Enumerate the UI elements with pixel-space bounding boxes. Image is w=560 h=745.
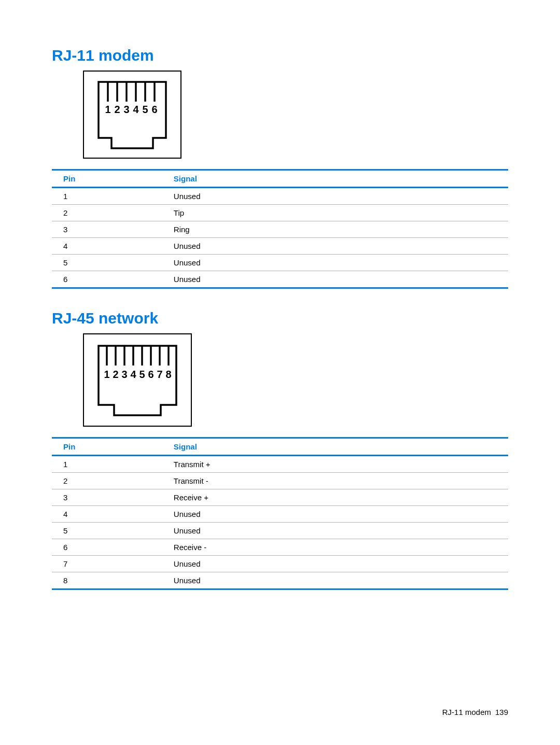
pin-label: 1 (105, 104, 110, 115)
table-row: 8Unused (52, 572, 508, 589)
page-number: 139 (495, 708, 508, 716)
pin-label: 1 (104, 369, 109, 380)
document-page: RJ-11 modem 1 2 3 4 5 6 (0, 0, 560, 745)
table-row: 2Transmit - (52, 473, 508, 489)
cell-pin: 2 (52, 473, 171, 489)
cell-signal: Tip (171, 205, 508, 221)
cell-pin: 4 (52, 506, 171, 523)
pin-label: 6 (148, 369, 153, 380)
cell-pin: 6 (52, 539, 171, 556)
table-header-row: Pin Signal (52, 170, 508, 188)
table-row: 4Unused (52, 238, 508, 255)
table-row: 2Tip (52, 205, 508, 221)
cell-signal: Unused (171, 506, 508, 523)
rj11-pinout-table: Pin Signal 1Unused 2Tip 3Ring 4Unused 5U… (52, 169, 508, 289)
col-header-pin: Pin (52, 170, 171, 188)
cell-pin: 1 (52, 456, 171, 473)
cell-pin: 6 (52, 271, 171, 288)
cell-signal: Unused (171, 255, 508, 271)
rj11-connector-icon: 1 2 3 4 5 6 (83, 71, 508, 159)
col-header-signal: Signal (171, 438, 508, 456)
svg-rect-7 (83, 334, 191, 426)
rj45-connector-icon: 1 2 3 4 5 6 7 8 (83, 333, 508, 427)
section-title-rj45: RJ-45 network (52, 310, 508, 327)
table-row: 5Unused (52, 523, 508, 539)
pin-label: 5 (142, 104, 148, 115)
pin-label: 6 (151, 104, 157, 115)
cell-pin: 1 (52, 188, 171, 205)
cell-signal: Unused (171, 238, 508, 255)
table-row: 7Unused (52, 556, 508, 572)
pin-label: 4 (130, 369, 136, 380)
pin-label: 3 (121, 369, 127, 380)
table-row: 6Unused (52, 271, 508, 288)
cell-pin: 3 (52, 221, 171, 238)
cell-pin: 7 (52, 556, 171, 572)
cell-signal: Receive + (171, 489, 508, 506)
table-row: 3Receive + (52, 489, 508, 506)
pin-label: 2 (114, 104, 120, 115)
pin-label: 8 (165, 369, 171, 380)
table-row: 1Transmit + (52, 456, 508, 473)
pin-label: 7 (157, 369, 162, 380)
page-footer: RJ-11 modem139 (442, 708, 508, 716)
col-header-pin: Pin (52, 438, 171, 456)
table-row: 1Unused (52, 188, 508, 205)
cell-pin: 3 (52, 489, 171, 506)
cell-pin: 4 (52, 238, 171, 255)
col-header-signal: Signal (171, 170, 508, 188)
table-row: 5Unused (52, 255, 508, 271)
cell-signal: Ring (171, 221, 508, 238)
cell-signal: Unused (171, 556, 508, 572)
cell-signal: Unused (171, 188, 508, 205)
cell-signal: Transmit - (171, 473, 508, 489)
section-title-rj11: RJ-11 modem (52, 47, 508, 64)
table-header-row: Pin Signal (52, 438, 508, 456)
cell-signal: Transmit + (171, 456, 508, 473)
rj45-pinout-table: Pin Signal 1Transmit + 2Transmit - 3Rece… (52, 437, 508, 590)
pin-label: 5 (139, 369, 145, 380)
table-row: 4Unused (52, 506, 508, 523)
cell-pin: 5 (52, 255, 171, 271)
cell-signal: Unused (171, 523, 508, 539)
cell-pin: 2 (52, 205, 171, 221)
cell-pin: 5 (52, 523, 171, 539)
footer-text: RJ-11 modem (442, 708, 491, 716)
pin-label: 3 (123, 104, 129, 115)
cell-pin: 8 (52, 572, 171, 589)
cell-signal: Unused (171, 271, 508, 288)
pin-label: 4 (133, 104, 139, 115)
pin-label: 2 (113, 369, 118, 380)
cell-signal: Unused (171, 572, 508, 589)
table-row: 3Ring (52, 221, 508, 238)
table-row: 6Receive - (52, 539, 508, 556)
cell-signal: Receive - (171, 539, 508, 556)
